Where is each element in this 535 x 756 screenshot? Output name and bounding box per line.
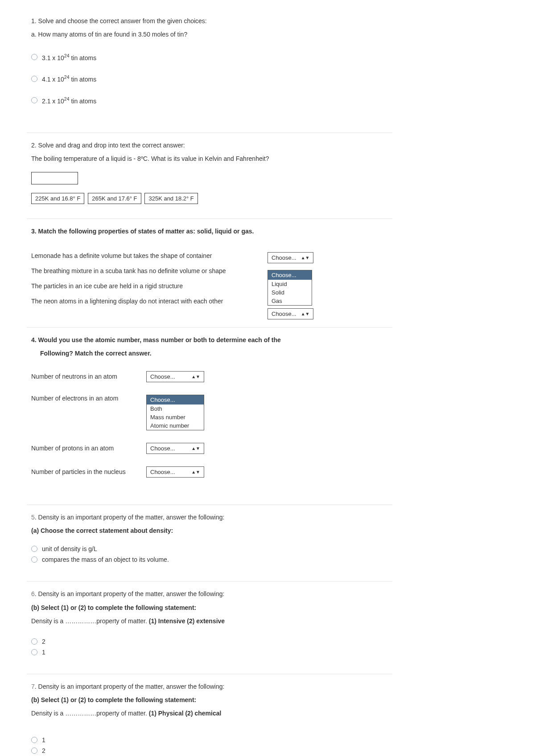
select-value: Choose... [150,445,175,452]
chevron-updown-icon: ▲▼ [191,374,200,379]
q5-option-a[interactable]: unit of density is g/L [31,545,388,552]
radio-icon [31,97,37,103]
chevron-updown-icon: ▲▼ [191,470,200,474]
q4-select-c[interactable]: Choose... ▲▼ [146,443,204,454]
select-option-solid[interactable]: Solid [268,288,312,297]
option-label: 2 [42,747,45,754]
q4-row-d: Number of particles in the nucleus [31,468,138,475]
q2-body: The boiling temperature of a liquid is -… [31,154,388,163]
question-5: 5. Density is an important property of t… [27,504,392,580]
select-value: Choose... [150,373,175,380]
q1-option-c[interactable]: 2.1 x 1024 tin atoms [31,96,388,105]
q1-subtext: a. How many atoms of tin are found in 3.… [31,29,388,39]
q7-option-b[interactable]: 2 [31,747,388,754]
q3-select-d[interactable]: Choose... ▲▼ [268,308,313,319]
option-label: 2.1 x 1024 tin atoms [42,96,96,105]
select-option-placeholder[interactable]: Choose... [147,395,204,405]
radio-icon [31,638,37,645]
question-1: 1. Solve and choose the correct answer f… [27,9,392,131]
q7-statement: Density is a ……………property of matter. (1… [31,708,388,718]
q5-number: 5 [31,514,35,521]
question-7: 7. Density is an important property of t… [27,674,392,756]
select-option-liquid[interactable]: Liquid [268,280,312,288]
q3-select-b-open[interactable]: Choose... Liquid Solid Gas [268,270,312,306]
q7-sub: (b) Select (1) or (2) to complete the fo… [31,695,388,705]
q4-row-b: Number of electrons in an atom [31,395,138,402]
radio-icon [31,556,37,563]
drag-chip-b[interactable]: 265K and 17.6° F [88,193,141,204]
select-value: Choose... [272,311,296,317]
chevron-updown-icon: ▲▼ [301,311,310,316]
q3-row-b: The breathing mixture in a scuba tank ha… [31,267,226,274]
chevron-updown-icon: ▲▼ [191,446,200,451]
q4-select-d[interactable]: Choose... ▲▼ [146,466,204,478]
q4-select-b-open[interactable]: Choose... Both Mass number Atomic number [146,395,204,430]
q3-row-d: The neon atoms in a lightening display d… [31,298,223,305]
select-option-mass-number[interactable]: Mass number [147,413,204,421]
option-label: compares the mass of an object to its vo… [42,556,169,563]
q6-number: 6 [31,590,35,597]
q5-option-b[interactable]: compares the mass of an object to its vo… [31,556,388,563]
q4-row-a: Number of neutrons in an atom [31,373,138,380]
q3-select-a[interactable]: Choose... ▲▼ [268,252,313,263]
select-value: Choose... [150,469,175,475]
q4-select-a[interactable]: Choose... ▲▼ [146,371,204,382]
select-option-both[interactable]: Both [147,405,204,413]
q2-header: 2. Solve and drag and drop into text the… [31,140,388,150]
q7-lead: 7. Density is an important property of t… [31,682,388,691]
q6-lead: 6. Density is an important property of t… [31,589,388,599]
q3-row-a: Lemonade has a definite volume but takes… [31,252,212,259]
drop-target[interactable] [31,172,78,184]
q6-sub: (b) Select (1) or (2) to complete the fo… [31,603,388,613]
q3-row-c: The particles in an ice cube are held in… [31,282,183,290]
option-label: 3.1 x 1024 tin atoms [42,53,96,61]
q5-sub: (a) Choose the correct statement about d… [31,526,388,535]
select-value: Choose... [272,254,296,261]
option-label: 2 [42,638,45,645]
radio-icon [31,76,37,82]
q1-option-a[interactable]: 3.1 x 1024 tin atoms [31,53,388,61]
radio-icon [31,649,37,655]
radio-icon [31,737,37,743]
q4-header-2: Following? Match the correct answer. [31,348,388,358]
q4-header-1: 4. Would you use the atomic number, mass… [31,335,388,345]
option-label: 4.1 x 1024 tin atoms [42,74,96,83]
select-option-placeholder[interactable]: Choose... [268,270,312,280]
q1-option-b[interactable]: 4.1 x 1024 tin atoms [31,74,388,83]
radio-icon [31,54,37,60]
select-option-gas[interactable]: Gas [268,297,312,305]
q6-option-a[interactable]: 2 [31,638,388,645]
chevron-updown-icon: ▲▼ [301,255,310,260]
select-option-atomic-number[interactable]: Atomic number [147,421,204,430]
q4-row-c: Number of protons in an atom [31,445,138,452]
question-6: 6. Density is an important property of t… [27,581,392,671]
q3-header: 3. Match the following properties of sta… [31,226,388,236]
q6-statement: Density is a ……………property of matter. (1… [31,616,388,626]
drag-chip-a[interactable]: 225K and 16.8° F [31,193,84,204]
question-2: 2. Solve and drag and drop into text the… [27,132,392,217]
option-label: 1 [42,649,45,656]
q7-option-a[interactable]: 1 [31,736,388,744]
q6-option-b[interactable]: 1 [31,649,388,656]
q1-header: 1. Solve and choose the correct answer f… [31,16,388,26]
radio-icon [31,748,37,754]
question-3: 3. Match the following properties of sta… [27,218,392,325]
q7-number: 7 [31,683,35,690]
q5-lead: 5. Density is an important property of t… [31,512,388,522]
radio-icon [31,546,37,552]
option-label: 1 [42,736,45,744]
question-4: 4. Would you use the atomic number, mass… [27,327,392,503]
drag-chip-c[interactable]: 325K and 18.2° F [144,193,198,204]
option-label: unit of density is g/L [42,545,97,552]
